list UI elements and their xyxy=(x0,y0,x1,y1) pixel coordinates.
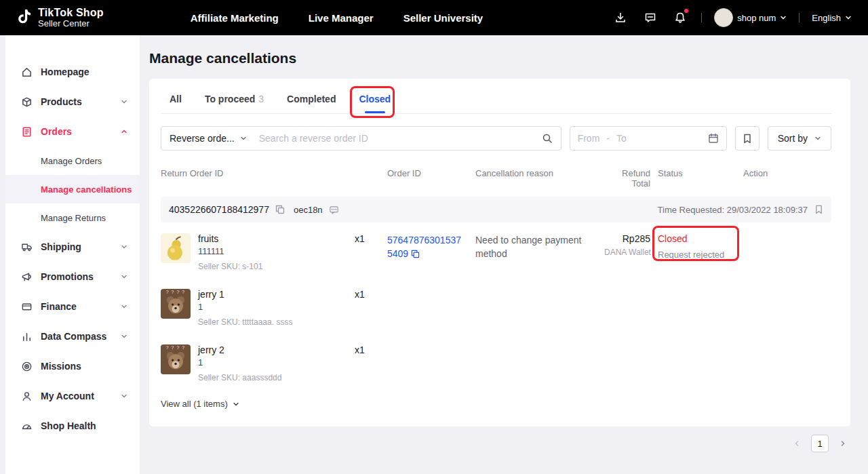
calendar-icon[interactable] xyxy=(708,133,719,144)
orders-icon xyxy=(20,125,33,138)
search-group: Reverse orde... xyxy=(161,126,561,151)
tab-closed[interactable]: Closed xyxy=(359,94,391,113)
pagination-prev-icon[interactable] xyxy=(789,436,804,451)
cancellations-card: All To proceed 3 Completed Closed Revers… xyxy=(149,79,850,427)
copy-icon[interactable] xyxy=(411,250,420,258)
order-id-line1[interactable]: 57647876301537 xyxy=(387,233,475,247)
sidebar-item-my-account[interactable]: My Account xyxy=(5,381,140,411)
shop-health-icon xyxy=(20,420,33,432)
header-divider xyxy=(799,13,800,22)
sidebar-item-label: My Account xyxy=(41,391,94,401)
chevron-down-icon xyxy=(121,301,127,312)
header-divider xyxy=(701,13,702,22)
copy-icon[interactable] xyxy=(275,205,285,214)
shop-account-menu[interactable]: shop num xyxy=(714,8,787,27)
tiktok-logo[interactable]: TikTok Shop Seller Center xyxy=(16,7,104,28)
tab-completed[interactable]: Completed xyxy=(287,94,336,113)
product-info: fruits 111111 Seller SKU: s-101 xyxy=(198,233,262,271)
tab-all[interactable]: All xyxy=(170,94,182,113)
top-header: TikTok Shop Seller Center Affiliate Mark… xyxy=(0,0,868,35)
page-title: Manage cancellations xyxy=(149,50,850,66)
chevron-up-icon xyxy=(121,126,127,137)
search-icon[interactable] xyxy=(534,133,561,144)
bookmark-icon[interactable] xyxy=(814,205,823,214)
layout: Homepage Products Orders Manage Orders M… xyxy=(0,35,868,474)
order-group-right: Time Requested: 29/03/2022 18:09:37 xyxy=(658,205,823,215)
product-image: ? ? ? ? xyxy=(161,344,191,374)
product-name: jerry 1 xyxy=(198,289,292,300)
sidebar-item-label: Data Compass xyxy=(41,331,106,342)
tab-to-proceed[interactable]: To proceed 3 xyxy=(205,94,264,113)
sidebar-item-shop-health[interactable]: Shop Health xyxy=(5,411,140,441)
sidebar-item-homepage[interactable]: Homepage xyxy=(5,57,140,87)
date-range-picker[interactable]: From - To xyxy=(570,126,727,151)
search-type-dropdown[interactable]: Reverse orde... xyxy=(161,133,255,144)
download-icon[interactable] xyxy=(612,9,629,26)
product-info: jerry 2 1 Seller SKU: aaasssddd xyxy=(198,344,281,382)
order-id-line2-text[interactable]: 5409 xyxy=(387,248,408,259)
product-image-text: ? ? ? ? xyxy=(161,290,191,294)
sidebar-item-label: Shop Health xyxy=(41,420,96,431)
sidebar: Homepage Products Orders Manage Orders M… xyxy=(5,35,140,474)
tab-to-proceed-count: 3 xyxy=(258,94,264,104)
sidebar-item-orders[interactable]: Orders xyxy=(5,117,140,146)
sidebar-subitem-manage-cancellations[interactable]: Manage cancellations xyxy=(5,175,140,203)
column-refund-total: Refund Total xyxy=(604,168,650,189)
notification-dot xyxy=(684,9,688,13)
message-icon[interactable] xyxy=(642,9,659,26)
sidebar-item-shipping[interactable]: Shipping xyxy=(5,232,140,262)
search-input[interactable] xyxy=(255,133,534,144)
table-header-row: Return Order ID Order ID Cancellation re… xyxy=(161,168,831,189)
refund-amount: Rp285 xyxy=(604,233,650,244)
date-separator: - xyxy=(606,133,610,144)
pagination-page-1[interactable]: 1 xyxy=(811,435,829,452)
language-selector[interactable]: English xyxy=(812,13,852,23)
tiktok-note-icon xyxy=(16,7,33,28)
date-to-placeholder: To xyxy=(616,133,627,144)
nav-affiliate-marketing[interactable]: Affiliate Marketing xyxy=(191,12,279,24)
view-all-toggle[interactable]: View all (1 items) xyxy=(161,399,831,409)
sort-by-button[interactable]: Sort by xyxy=(768,126,831,151)
column-action: Action xyxy=(743,168,831,189)
sidebar-item-label: Missions xyxy=(41,361,81,372)
chevron-down-icon xyxy=(780,14,787,21)
sidebar-item-promotions[interactable]: Promotions xyxy=(5,262,140,292)
refund-cell: Rp285 DANA Wallet xyxy=(604,233,650,257)
status-tabs: All To proceed 3 Completed Closed xyxy=(161,94,831,114)
quantity: x1 xyxy=(355,233,387,244)
product-spec: 1 xyxy=(198,357,281,368)
sidebar-subitem-manage-returns[interactable]: Manage Returns xyxy=(5,203,140,232)
order-id-link: 57647876301537 5409 xyxy=(387,233,475,261)
tab-all-label: All xyxy=(170,94,182,104)
order-group-header: 4035226607188412977 oec18n Time Requeste… xyxy=(161,197,831,222)
orders-submenu: Manage Orders Manage cancellations Manag… xyxy=(5,146,140,232)
product-name: jerry 2 xyxy=(198,344,281,355)
product-image xyxy=(161,233,191,263)
saved-filters-button[interactable] xyxy=(735,126,760,151)
chat-buyer-icon[interactable] xyxy=(329,205,339,215)
order-group-left: 4035226607188412977 oec18n xyxy=(169,204,339,215)
product-image: ? ? ? ? xyxy=(161,289,191,319)
tab-to-proceed-label: To proceed xyxy=(205,94,255,104)
sidebar-item-finance[interactable]: Finance xyxy=(5,292,140,321)
nav-live-manager[interactable]: Live Manager xyxy=(309,12,374,24)
sidebar-item-missions[interactable]: Missions xyxy=(5,351,140,381)
search-type-label: Reverse orde... xyxy=(170,133,235,144)
sidebar-item-label: Orders xyxy=(41,126,72,137)
notification-bell-icon[interactable] xyxy=(671,9,689,26)
pagination-next-icon[interactable] xyxy=(835,436,850,451)
product-info: jerry 1 1 Seller SKU: tttttaaaa. ssss xyxy=(198,289,292,327)
nav-seller-university[interactable]: Seller University xyxy=(403,12,484,24)
order-id-line2: 5409 xyxy=(387,247,475,260)
logo-title: TikTok Shop xyxy=(38,7,104,19)
table-row: ? ? ? ? jerry 2 1 Seller SKU: aaasssddd … xyxy=(161,334,831,389)
sidebar-subitem-manage-orders[interactable]: Manage Orders xyxy=(5,146,140,175)
buyer-username: oec18n xyxy=(294,205,323,215)
chevron-down-icon xyxy=(233,401,239,408)
column-cancellation-reason: Cancellation reason xyxy=(475,168,604,189)
sidebar-item-data-compass[interactable]: Data Compass xyxy=(5,321,140,351)
sidebar-item-products[interactable]: Products xyxy=(5,87,140,117)
language-label: English xyxy=(812,13,841,23)
logo-subtitle: Seller Center xyxy=(38,19,104,28)
status-detail: Request rejected xyxy=(658,250,743,260)
